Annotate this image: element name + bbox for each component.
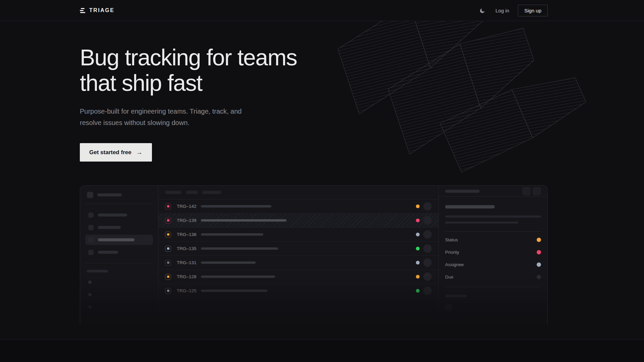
issue-title-placeholder — [201, 261, 256, 264]
sidebar-item-label-placeholder — [98, 226, 121, 229]
brand[interactable]: TRIAGE — [80, 7, 114, 13]
detail-field-label: Status — [445, 237, 458, 242]
issue-row[interactable]: TRG–142 — [158, 199, 438, 214]
sidebar-item-icon — [88, 225, 94, 230]
issue-type-icon — [165, 218, 171, 224]
issue-row[interactable]: TRG–128 — [158, 270, 438, 284]
detail-field-row: Assignee — [445, 258, 541, 271]
assignee-avatar — [423, 244, 432, 253]
sidebar-item-icon — [88, 250, 94, 255]
issue-row[interactable]: TRG–131 — [158, 256, 438, 270]
issue-title-placeholder — [201, 247, 278, 250]
sidebar-dot-item — [88, 293, 92, 296]
workspace-avatar — [87, 192, 93, 198]
sidebar-item-icon — [88, 237, 94, 243]
assignee-avatar — [423, 287, 432, 295]
moon-icon — [479, 7, 486, 14]
sidebar-item-2[interactable] — [85, 222, 153, 233]
detail-field-row: Priority — [445, 246, 541, 258]
login-link[interactable]: Log in — [495, 8, 509, 13]
subtitle-line-2: resolve issues without slowing down. — [80, 119, 190, 126]
detail-title-placeholder — [445, 205, 495, 208]
issue-type-icon — [165, 232, 171, 238]
sidebar-item-1[interactable] — [85, 210, 153, 220]
issue-row[interactable]: TRG–139 — [158, 214, 438, 228]
detail-field-row: Status — [445, 234, 541, 246]
assignee-avatar — [423, 273, 432, 281]
issue-id: TRG–131 — [177, 260, 198, 265]
detail-header-placeholder — [445, 190, 480, 193]
detail-field-value-dot — [537, 238, 541, 242]
workspace-switcher[interactable] — [85, 192, 153, 198]
sidebar-item-3-active[interactable] — [85, 235, 153, 245]
subtitle-line-1: Purpose-built for engineering teams. Tri… — [80, 108, 241, 115]
sidebar-item-label-placeholder — [98, 251, 118, 254]
brand-name: TRIAGE — [89, 7, 114, 13]
issue-status-dot — [416, 204, 420, 208]
sidebar-item-label-placeholder — [98, 238, 135, 241]
sidebar-divider — [85, 263, 153, 263]
issue-list-header — [158, 186, 438, 199]
issue-id: TRG–135 — [177, 246, 198, 251]
issue-id: TRG–139 — [177, 218, 198, 223]
issue-id: TRG–128 — [177, 274, 198, 279]
issue-type-icon — [165, 274, 171, 280]
detail-field-label: Assignee — [445, 262, 464, 267]
arrow-right-icon: → — [136, 149, 143, 156]
issue-row[interactable]: TRG–138 — [158, 228, 438, 242]
issue-status-dot — [416, 261, 420, 264]
issue-title-placeholder — [201, 290, 267, 292]
assignee-avatar — [423, 202, 432, 210]
cta-label: Get started free — [89, 149, 131, 156]
detail-field-value-dot — [537, 275, 541, 279]
sidebar-divider — [85, 204, 153, 204]
get-started-button[interactable]: Get started free → — [80, 143, 152, 162]
app-mockup: TRG–142 TRG–139 TRG–138 — [80, 185, 548, 325]
sidebar-section-label-placeholder — [87, 270, 108, 273]
issue-status-dot — [416, 275, 420, 279]
sidebar-dot-item — [88, 281, 92, 284]
header-nav: Log in Sign up — [478, 5, 548, 16]
detail-action-button[interactable] — [522, 187, 531, 195]
hero-subtitle: Purpose-built for engineering teams. Tri… — [80, 106, 548, 128]
triage-logo-icon — [80, 8, 86, 13]
list-tab-placeholder[interactable] — [165, 191, 181, 194]
list-tab-placeholder[interactable] — [186, 191, 198, 194]
title-line-1: Bug tracking for teams — [80, 45, 548, 70]
list-tab-placeholder[interactable] — [202, 191, 221, 194]
detail-description-placeholder — [445, 216, 541, 218]
page-title: Bug tracking for teams that ship fast — [80, 45, 548, 96]
detail-action-button[interactable] — [533, 187, 541, 195]
issue-detail-panel: Status Priority Assignee Due — [439, 186, 547, 325]
comment-avatar — [445, 304, 453, 312]
title-line-2: that ship fast — [80, 70, 548, 96]
issue-status-dot — [416, 233, 420, 236]
hero-section: Bug tracking for teams that ship fast Pu… — [0, 21, 644, 340]
issue-title-placeholder — [201, 205, 271, 207]
signup-button[interactable]: Sign up — [518, 5, 548, 16]
detail-divider — [445, 287, 541, 287]
detail-description-placeholder — [445, 222, 518, 224]
dark-mode-toggle[interactable] — [478, 6, 487, 15]
site-header: TRIAGE Log in Sign up — [0, 0, 644, 21]
detail-field-label: Due — [445, 275, 453, 280]
assignee-avatar — [423, 258, 432, 267]
footer — [0, 340, 644, 362]
issue-title-placeholder — [201, 233, 263, 236]
assignee-avatar — [423, 230, 432, 239]
issue-row[interactable]: TRG–125 — [158, 284, 438, 298]
issue-row[interactable]: TRG–135 — [158, 242, 438, 256]
detail-divider — [445, 231, 541, 232]
workspace-name-placeholder — [97, 193, 122, 196]
detail-header — [439, 186, 547, 197]
comment-avatar — [445, 317, 453, 325]
issue-type-icon — [165, 246, 171, 252]
assignee-avatar — [423, 216, 432, 225]
sidebar-item-4[interactable] — [85, 247, 153, 257]
issue-type-icon — [165, 203, 171, 209]
detail-field-row: Due — [445, 271, 541, 283]
mockup-sidebar — [80, 186, 158, 325]
issue-status-dot — [416, 247, 420, 250]
issue-type-icon — [165, 288, 171, 294]
issue-type-icon — [165, 260, 171, 266]
